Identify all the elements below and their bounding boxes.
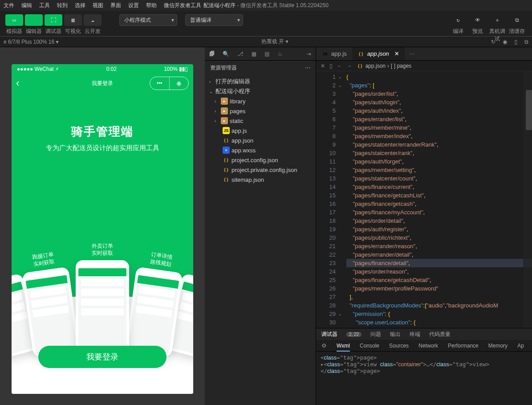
tree-item[interactable]: ›▸pages (205, 106, 316, 116)
tool-编译[interactable]: ↻ (449, 14, 467, 26)
debug-icon[interactable]: ▤ (264, 51, 269, 57)
menu-item[interactable]: 设置 (125, 0, 142, 11)
close-icon[interactable]: ✕ (394, 50, 399, 57)
nav-back-icon[interactable]: ← (337, 63, 342, 69)
devtool-tab[interactable]: Network (418, 343, 438, 349)
explorer-title: 资源管理器 ⋯ (205, 61, 316, 75)
more-icon[interactable]: ⋯ (305, 65, 310, 71)
devtool-tab[interactable]: Performance (448, 343, 479, 349)
devtools-panel: 调试器2, 22问题输出终端代码质量 ⯐ WxmlConsoleSourcesN… (316, 328, 532, 405)
tree-item[interactable]: { }sitemap.json (205, 175, 316, 184)
code-area[interactable]: 1⌄2⌄345678910111213141516171819202122232… (316, 71, 532, 328)
console-tab[interactable]: 调试器 (321, 331, 337, 338)
menu-item[interactable]: 微信开发者工具 (160, 0, 205, 11)
console-tab[interactable]: 输出 (390, 331, 401, 338)
tool-可视化[interactable]: ▦ (64, 14, 82, 26)
bookmark-icon[interactable]: ▯ (329, 63, 333, 69)
source-ctrl-icon[interactable]: ⎇ (237, 51, 244, 57)
tree-item[interactable]: ›▸library (205, 96, 316, 106)
nav-fwd-icon[interactable]: → (347, 63, 352, 69)
crumb-file[interactable]: app.json (365, 63, 386, 69)
mode-dropdown[interactable]: 小程序模式 (119, 14, 177, 26)
editor-tab[interactable]: { }app.json✕ (352, 47, 405, 60)
hot-reload-toggle[interactable]: 热重载 开 ▾ (261, 38, 288, 45)
menu-item[interactable]: 选择 (71, 0, 89, 11)
hero-subtitle: 专为广大配送员设计的超实用应用工具 (12, 144, 193, 152)
menu-item[interactable]: 帮助 (142, 0, 160, 11)
refresh-icon[interactable]: ↻ (491, 39, 495, 45)
explorer-label: 资源管理器 (210, 64, 237, 72)
tool-模拟器[interactable]: ▭ (5, 14, 23, 26)
tree-item[interactable]: { }project.private.config.json (205, 165, 316, 175)
devtool-tab[interactable]: Memory (488, 343, 508, 349)
tree-root[interactable]: ⌄配送端小程序 (205, 86, 316, 96)
explorer-icon[interactable]: 🗐 (209, 51, 215, 57)
mock-label: 快速提现账目清晰 (12, 256, 20, 280)
devtool-tab[interactable]: Console (360, 343, 379, 349)
editor-panel: JSapp.js{ }app.json✕⋯ ✕ ▯ ← → { } app.js… (316, 47, 532, 405)
close-panel-icon[interactable]: ✕ (321, 63, 325, 69)
mock-label: 订单详情路线规划 (137, 249, 185, 270)
devtool-tab[interactable]: Ap (517, 343, 524, 349)
console-tab[interactable]: 问题 (370, 331, 381, 338)
menu-dots-icon[interactable]: ••• (150, 77, 170, 90)
phone: ●●●●● WeChat ⚡ 0:02 100% ▮▮▯ ‹ 我要登录 ••• … (12, 64, 193, 394)
tool-label: 预览 (469, 28, 487, 43)
menu-item[interactable]: 工具 (36, 0, 53, 11)
tree-item[interactable]: ›▸static (205, 116, 316, 126)
tool-预览[interactable]: 👁 (469, 14, 487, 26)
signal-indicator: ●●●●● WeChat ⚡ (17, 66, 59, 72)
tool-编辑器[interactable] (25, 14, 43, 26)
tool-云开发[interactable]: ☁ (84, 14, 102, 26)
fire-icon[interactable]: ♨ (278, 51, 283, 57)
app-version: - 微信开发者工具 Stable 1.05.2204250 (236, 2, 329, 8)
capsule-buttons: ••• ◉ (150, 77, 189, 90)
login-button[interactable]: 我要登录 (38, 346, 167, 368)
tool-清缓存[interactable]: ⧉ (508, 14, 526, 26)
devtool-tab[interactable]: Sources (389, 343, 409, 349)
wxml-output[interactable]: <class="tag">page>▸<class="tag">view cla… (316, 352, 532, 405)
multi-window-icon[interactable]: ⧉ (524, 39, 528, 45)
menu-item[interactable]: 界面 (107, 0, 125, 11)
section-label: 打开的编辑器 (215, 78, 250, 86)
crumb-path[interactable]: [ ] pages (391, 63, 411, 69)
toolbar-left: ▭⛶▦☁ 模拟器编辑器调试器可视化云开发 (5, 14, 102, 35)
battery-indicator: 100% ▮▮▯ (164, 66, 188, 72)
console-tab[interactable]: 代码质量 (429, 331, 451, 338)
tool-调试器[interactable]: ⛶ (45, 14, 62, 26)
compile-dropdown[interactable]: 普通编译 (185, 14, 243, 26)
export-icon[interactable]: ⇥ (307, 51, 311, 57)
nav-title: 我要登录 (92, 80, 113, 87)
tool-label: 模拟器 (5, 28, 23, 35)
menu-item[interactable]: 视图 (89, 0, 107, 11)
console-tab[interactable]: 终端 (410, 331, 420, 338)
editor-tab[interactable]: JSapp.js (316, 47, 352, 60)
app-name: 配送端小程序 (203, 2, 236, 8)
scrollbar[interactable] (526, 90, 532, 130)
tool-label: 云开发 (84, 28, 102, 35)
back-icon[interactable]: ‹ (16, 78, 19, 89)
menu-item[interactable]: 文件 (0, 0, 18, 11)
tab-menu-icon[interactable]: ⋯ (409, 51, 414, 57)
tree-item[interactable]: { }app.json (205, 135, 316, 145)
tool-真机调试[interactable]: ✳ (488, 14, 506, 26)
phone-navbar: ‹ 我要登录 ••• ◉ (12, 74, 193, 93)
devtool-tab[interactable]: Wxml (337, 340, 350, 352)
target-icon[interactable]: ◉ (170, 77, 189, 90)
tree-item[interactable]: { }project.config.json (205, 155, 316, 165)
device-selector[interactable]: e 6/7/8 Plus 100% 16 ▾ (4, 39, 58, 45)
record-icon[interactable]: ◉ (503, 39, 507, 45)
mockups: 快速提现账目清晰 跑腿订单实时获取 外卖订单实时获取 订单详情路线规划 个人中心… (12, 168, 193, 394)
file-tree: ›打开的编辑器 ⌄配送端小程序 ›▸library›▸pages›▸static… (205, 75, 316, 186)
title-bar: 文件编辑工具转到选择视图界面设置帮助微信开发者工具 配送端小程序 - 微信开发者… (0, 0, 532, 11)
mock-label: 个人中心 (186, 256, 193, 274)
tree-item[interactable]: JSapp.js (205, 126, 316, 135)
extensions-icon[interactable]: ▦ (252, 51, 256, 57)
tree-section[interactable]: ›打开的编辑器 (205, 77, 316, 86)
rotate-icon[interactable]: ▯ (514, 39, 517, 45)
inspect-icon[interactable]: ⯐ (321, 343, 327, 349)
menu-item[interactable]: 转到 (53, 0, 71, 11)
menu-item[interactable]: 编辑 (18, 0, 36, 11)
tree-item[interactable]: ≡app.wxss (205, 145, 316, 155)
search-icon[interactable]: 🔍 (223, 51, 229, 57)
